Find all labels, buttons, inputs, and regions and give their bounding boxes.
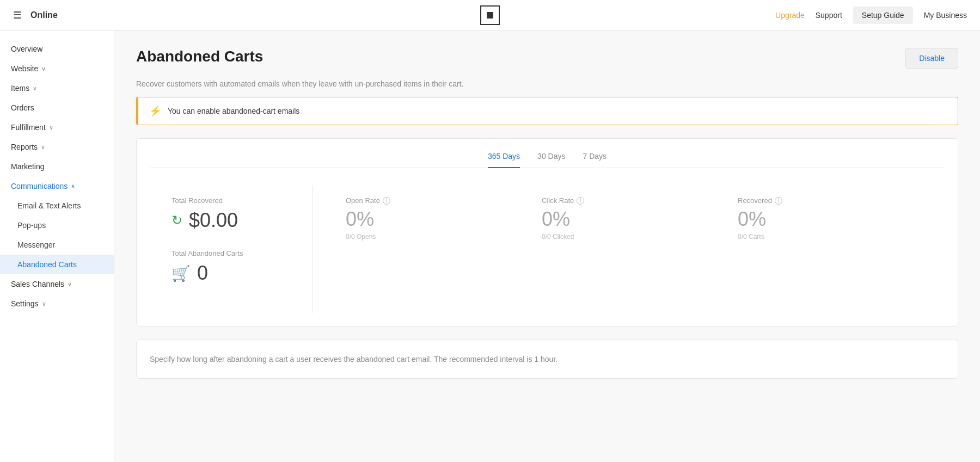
page-layout: Overview Website ∨ Items ∨ Orders Fulfil… [0,30,980,462]
click-rate-label: Click Rate i [542,196,716,205]
stats-right-panel: Open Rate i 0% 0/0 Opens Click Rate i 0%… [313,186,945,313]
sidebar-label-email-text: Email & Text Alerts [17,201,81,210]
sidebar-item-communications[interactable]: Communications ∧ [0,176,114,196]
total-carts-value: 0 [197,262,208,285]
open-rate-sub: 0/0 Opens [346,233,520,241]
sidebar-label-reports: Reports [11,143,38,151]
total-recovered-label: Total Recovered [171,196,291,205]
bottom-card: Specify how long after abandoning a cart… [136,340,958,379]
sidebar-item-settings[interactable]: Settings ∨ [0,294,114,313]
chevron-down-icon: ∨ [42,300,46,307]
stats-card: 365 Days 30 Days 7 Days Total Recovered … [136,138,958,327]
open-rate-stat: Open Rate i 0% 0/0 Opens [335,196,531,302]
top-navigation: ☰ Online Upgrade Support Setup Guide My … [0,0,980,30]
tab-365-days[interactable]: 365 Days [488,152,520,168]
click-rate-info-icon[interactable]: i [577,197,584,205]
sidebar-item-abandoned-carts[interactable]: Abandoned Carts [0,255,114,274]
click-rate-value: 0% [542,208,716,231]
sidebar: Overview Website ∨ Items ∨ Orders Fulfil… [0,30,114,462]
sidebar-label-fulfillment: Fulfillment [11,123,46,132]
brand-name: Online [30,10,58,20]
sidebar-label-abandoned-carts: Abandoned Carts [17,260,77,269]
sidebar-item-sales-channels[interactable]: Sales Channels ∨ [0,274,114,294]
total-recovered-value: $0.00 [189,209,238,232]
sidebar-item-reports[interactable]: Reports ∨ [0,137,114,157]
refresh-icon: ↻ [171,213,182,228]
sidebar-label-orders: Orders [11,103,34,112]
sidebar-label-overview: Overview [11,45,42,53]
recovered-value: 0% [738,208,912,231]
nav-left: ☰ Online [13,9,58,21]
sidebar-label-website: Website [11,64,38,73]
chevron-down-icon: ∨ [49,124,53,131]
chevron-up-icon: ∧ [71,183,75,190]
chevron-down-icon: ∨ [33,85,37,92]
sidebar-label-settings: Settings [11,299,39,308]
disable-button[interactable]: Disable [905,48,958,69]
tab-30-days[interactable]: 30 Days [537,152,565,168]
recovered-stat: Recovered i 0% 0/0 Carts [727,196,923,302]
sidebar-item-items[interactable]: Items ∨ [0,78,114,98]
sidebar-label-popups: Pop-ups [17,221,46,230]
nav-right: Upgrade Support Setup Guide My Business [775,7,967,24]
page-title: Abandoned Carts [136,48,263,65]
tab-7-days[interactable]: 7 Days [583,152,607,168]
sidebar-item-website[interactable]: Website ∨ [0,59,114,78]
total-carts-row: 🛒 0 [171,262,291,285]
sidebar-label-sales-channels: Sales Channels [11,280,64,288]
recovered-sub: 0/0 Carts [738,233,912,241]
square-logo-inner [487,12,493,19]
hamburger-icon[interactable]: ☰ [13,9,22,21]
open-rate-value: 0% [346,208,520,231]
time-tabs: 365 Days 30 Days 7 Days [150,152,945,168]
alert-banner: ⚡ You can enable abandoned-cart emails [136,97,958,125]
sidebar-item-popups[interactable]: Pop-ups [0,215,114,235]
support-link[interactable]: Support [816,11,842,20]
main-content: Abandoned Carts Disable Recover customer… [114,30,980,462]
upgrade-link[interactable]: Upgrade [775,11,805,20]
total-carts-label: Total Abandoned Carts [171,249,291,257]
sidebar-label-messenger: Messenger [17,241,55,249]
sidebar-label-communications: Communications [11,182,68,190]
sidebar-item-email-text-alerts[interactable]: Email & Text Alerts [0,196,114,215]
sidebar-item-fulfillment[interactable]: Fulfillment ∨ [0,118,114,137]
sidebar-item-marketing[interactable]: Marketing [0,157,114,176]
stats-grid: Total Recovered ↻ $0.00 Total Abandoned … [150,186,945,313]
open-rate-label: Open Rate i [346,196,520,205]
sidebar-item-messenger[interactable]: Messenger [0,235,114,255]
square-logo [480,5,500,25]
page-header: Abandoned Carts Disable [136,48,958,69]
click-rate-sub: 0/0 Clicked [542,233,716,241]
nav-center [480,5,500,25]
chevron-down-icon: ∨ [41,65,46,72]
recovered-info-icon[interactable]: i [775,197,782,205]
page-description: Recover customers with automated emails … [136,79,958,88]
lightning-icon: ⚡ [149,105,161,117]
alert-message: You can enable abandoned-cart emails [168,107,299,115]
setup-guide-button[interactable]: Setup Guide [853,7,913,24]
sidebar-label-marketing: Marketing [11,162,44,171]
open-rate-info-icon[interactable]: i [383,197,390,205]
sidebar-item-orders[interactable]: Orders [0,98,114,118]
chevron-down-icon: ∨ [68,281,72,288]
chevron-down-icon: ∨ [41,144,45,151]
click-rate-stat: Click Rate i 0% 0/0 Clicked [531,196,727,302]
stats-left-panel: Total Recovered ↻ $0.00 Total Abandoned … [150,186,313,313]
sidebar-label-items: Items [11,84,29,93]
cart-icon: 🛒 [171,264,191,282]
recovered-label: Recovered i [738,196,912,205]
sidebar-item-overview[interactable]: Overview [0,39,114,59]
my-business-link[interactable]: My Business [924,11,967,20]
total-recovered-row: ↻ $0.00 [171,209,291,232]
bottom-card-text: Specify how long after abandoning a cart… [150,353,945,365]
